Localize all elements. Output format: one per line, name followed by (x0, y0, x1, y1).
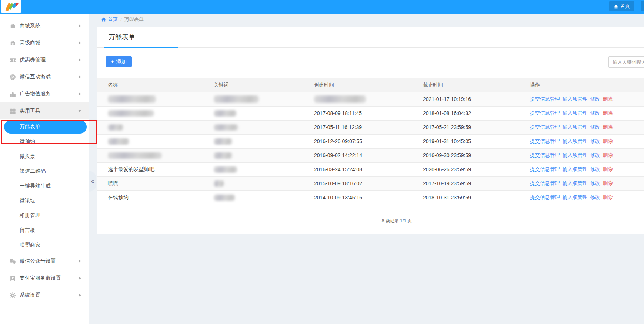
sidebar-subitem-album-mgmt[interactable]: 相册管理 (0, 208, 89, 223)
tab-universal-form[interactable]: 万能表单 (104, 27, 178, 48)
breadcrumb-home-link[interactable]: 首页 (101, 16, 118, 23)
action-link[interactable]: 修改 (590, 180, 600, 186)
premium-bag-icon (9, 39, 16, 47)
sidebar-subitem-micro-voting[interactable]: 微投票 (0, 149, 89, 164)
sidebar-item-tools[interactable]: 实用工具 (0, 102, 89, 119)
action-link[interactable]: 提交信息管理 (530, 124, 560, 130)
redacted-value (108, 95, 156, 103)
action-link[interactable]: 修改 (590, 110, 600, 116)
plus-icon: + (111, 59, 114, 64)
cell-created: 2016-12-26 09:07:55 (304, 134, 413, 148)
delete-link[interactable]: 删除 (603, 124, 613, 130)
table-row: 嘿嘿2015-10-09 18:16:022017-10-19 23:59:59… (97, 176, 644, 190)
delete-link[interactable]: 删除 (603, 96, 613, 102)
redacted-value (314, 95, 366, 103)
action-link[interactable]: 提交信息管理 (530, 195, 560, 200)
sidebar-subitem-channel-qrcode[interactable]: 渠道二维码 (0, 164, 89, 179)
shop-bag-icon (9, 22, 16, 30)
delete-link[interactable]: 删除 (603, 195, 613, 200)
topbar-home-label: 首页 (620, 3, 630, 10)
cell-name (97, 92, 203, 106)
cell-created: 2017-05-11 16:12:39 (304, 120, 413, 134)
action-link[interactable]: 提交信息管理 (530, 152, 560, 158)
forms-table: 名称关键词创建时间截止时间操作 2021-01-17 10:19:16提交信息管… (97, 78, 644, 205)
collapse-chevrons-icon: « (91, 178, 94, 184)
redacted-value (108, 152, 162, 159)
action-link[interactable]: 修改 (590, 138, 600, 144)
delete-link[interactable]: 删除 (603, 180, 613, 186)
redacted-value (214, 166, 237, 173)
cell-name (97, 106, 203, 120)
chevron-right-icon (79, 24, 81, 27)
action-link[interactable]: 修改 (590, 166, 600, 172)
sidebar-item-system-settings[interactable]: 系统设置 (0, 287, 89, 304)
action-link[interactable]: 输入项管理 (563, 96, 588, 102)
sidebar-item-wechat-official-settings[interactable]: 微信公众号设置 (0, 253, 89, 270)
column-header: 创建时间 (304, 78, 413, 92)
action-link[interactable]: 输入项管理 (563, 124, 588, 130)
redacted-value (214, 124, 238, 131)
cell-deadline: 2018-10-31 23:59:59 (413, 190, 520, 205)
action-link[interactable]: 输入项管理 (563, 195, 588, 200)
sidebar-item-wechat-games[interactable]: 微信互动游戏 (0, 68, 89, 85)
action-link[interactable]: 输入项管理 (563, 110, 588, 116)
action-link[interactable]: 输入项管理 (563, 152, 588, 158)
action-link[interactable]: 提交信息管理 (530, 180, 560, 186)
action-link[interactable]: 提交信息管理 (530, 166, 560, 172)
chevron-down-icon (78, 110, 81, 112)
breadcrumb-separator: / (120, 17, 122, 23)
action-link[interactable]: 提交信息管理 (530, 138, 560, 144)
topbar-home-button[interactable]: 首页 (609, 1, 634, 11)
table-row: 2021-01-17 10:19:16提交信息管理输入项管理修改删除 (97, 92, 644, 106)
sidebar-item-ad-services[interactable]: 广告增值服务 (0, 85, 89, 102)
sidebar-subitem-micro-forum[interactable]: 微论坛 (0, 193, 89, 208)
delete-link[interactable]: 删除 (603, 110, 613, 116)
tools-icon (9, 107, 16, 115)
action-link[interactable]: 提交信息管理 (530, 96, 560, 102)
wechat-icon (9, 257, 16, 265)
sidebar-item-premium-shop[interactable]: 高级商城 (0, 34, 89, 51)
action-link[interactable]: 输入项管理 (563, 166, 588, 172)
sidebar-subitem-micro-booking[interactable]: 微预约 (0, 134, 89, 149)
sidebar-item-shop-system[interactable]: 商城系统 (0, 17, 89, 34)
action-link[interactable]: 修改 (590, 96, 600, 102)
action-link[interactable]: 输入项管理 (563, 180, 588, 186)
add-button[interactable]: + 添加 (106, 56, 132, 67)
redacted-value (214, 195, 235, 201)
delete-link[interactable]: 删除 (603, 138, 613, 144)
column-header: 名称 (97, 78, 203, 92)
action-link[interactable]: 修改 (590, 152, 600, 158)
home-icon (614, 4, 618, 9)
sidebar: 商城系统高级商城优惠券管理微信互动游戏广告增值服务实用工具万能表单微预约微投票渠… (0, 14, 89, 324)
sidebar-item-alipay-window-settings[interactable]: 支付宝服务窗设置 (0, 270, 89, 287)
cell-keyword (203, 120, 304, 134)
sidebar-subitem-universal-form-active[interactable]: 万能表单 (4, 120, 87, 134)
sidebar-subitem-message-board[interactable]: 留言板 (0, 223, 89, 238)
redacted-value (214, 138, 232, 145)
sidebar-item-coupon-mgmt[interactable]: 优惠券管理 (0, 51, 89, 68)
table-row: 2017-05-11 16:12:392017-05-21 23:59:59提交… (97, 120, 644, 134)
sidebar-item-label: 微信互动游戏 (20, 74, 79, 80)
cell-name (97, 120, 203, 134)
action-link[interactable]: 修改 (590, 124, 600, 130)
action-link[interactable]: 提交信息管理 (530, 110, 560, 116)
delete-link[interactable]: 删除 (603, 166, 613, 172)
redacted-value (108, 110, 154, 117)
table-row: 2016-12-26 09:07:552019-01-31 10:45:05提交… (97, 134, 644, 148)
cell-actions: 提交信息管理输入项管理修改删除 (520, 92, 644, 106)
add-button-label: 添加 (116, 58, 127, 65)
sidebar-subitem-alliance-merchants[interactable]: 联盟商家 (0, 238, 89, 253)
cell-name (97, 148, 203, 162)
sidebar-subitem-nav-generator[interactable]: 一键导航生成 (0, 179, 89, 193)
action-link[interactable]: 输入项管理 (563, 138, 588, 144)
cell-deadline: 2016-09-30 23:59:59 (413, 148, 520, 162)
cell-name: 在线预约 (97, 190, 203, 205)
delete-link[interactable]: 删除 (603, 152, 613, 158)
sidebar-item-label: 高级商城 (20, 40, 79, 46)
topbar-partial-button[interactable] (641, 1, 644, 11)
action-link[interactable]: 修改 (590, 195, 600, 200)
ads-icon (9, 90, 16, 98)
search-input[interactable] (608, 56, 644, 68)
cell-actions: 提交信息管理输入项管理修改删除 (520, 134, 644, 148)
redacted-value (108, 124, 123, 131)
